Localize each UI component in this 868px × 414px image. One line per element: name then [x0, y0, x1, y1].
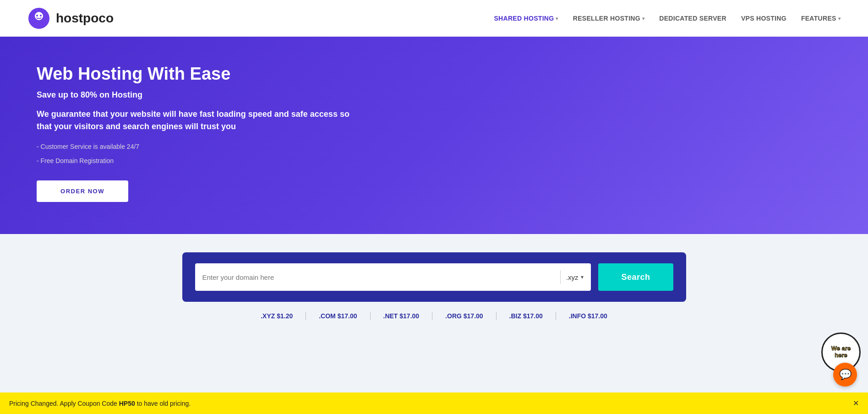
selected-extension: .xyz — [566, 273, 579, 281]
price-biz[interactable]: .BIZ $17.00 — [497, 312, 556, 320]
price-info[interactable]: .INFO $17.00 — [556, 312, 620, 320]
domain-pricing-list: .XYZ $1.20 .COM $17.00 .NET $17.00 .ORG … — [182, 302, 686, 325]
domain-search-box: .xyz ▾ Search — [182, 252, 686, 302]
we-are-here-badge-container: We are here — [820, 332, 862, 334]
nav-reseller-hosting[interactable]: RESELLER HOSTING ▾ — [573, 15, 644, 22]
price-com[interactable]: .COM $17.00 — [306, 312, 370, 320]
domain-search-button[interactable]: Search — [598, 263, 673, 291]
nav-vps-hosting[interactable]: VPS HOSTING — [741, 15, 786, 22]
input-divider — [560, 270, 561, 284]
price-org[interactable]: .ORG $17.00 — [432, 312, 496, 320]
svg-point-2 — [36, 15, 38, 16]
we-are-here-badge: We are here — [821, 332, 861, 334]
chevron-down-icon: ▾ — [581, 274, 584, 280]
logo-icon — [27, 7, 50, 30]
hero-title: Web Hosting With Ease — [37, 64, 831, 84]
domain-section: .xyz ▾ Search .XYZ $1.20 .COM $17.00 .NE… — [0, 234, 868, 334]
header: hostpoco SHARED HOSTING ▾ RESELLER HOSTI… — [0, 0, 868, 37]
main-nav: SHARED HOSTING ▾ RESELLER HOSTING ▾ DEDI… — [494, 15, 841, 22]
logo-area: hostpoco — [27, 7, 114, 30]
svg-point-1 — [35, 12, 43, 20]
logo-text: hostpoco — [56, 11, 114, 26]
price-xyz[interactable]: .XYZ $1.20 — [248, 312, 306, 320]
nav-features[interactable]: FEATURES ▾ — [801, 15, 841, 22]
chevron-down-icon: ▾ — [838, 16, 841, 21]
hero-description: We guarantee that your website will have… — [37, 108, 357, 133]
nav-shared-hosting[interactable]: SHARED HOSTING ▾ — [494, 15, 558, 22]
hero-subtitle: Save up to 80% on Hosting — [37, 90, 831, 100]
svg-point-3 — [40, 15, 42, 16]
hero-feature-2: - Free Domain Registration — [37, 155, 831, 167]
chevron-down-icon: ▾ — [556, 16, 558, 21]
hero-feature-1: - Customer Service is available 24/7 — [37, 141, 831, 153]
hero-section: Web Hosting With Ease Save up to 80% on … — [0, 37, 868, 234]
chevron-down-icon: ▾ — [642, 16, 644, 21]
price-net[interactable]: .NET $17.00 — [371, 312, 432, 320]
order-now-button[interactable]: ORDER NOW — [37, 180, 128, 202]
domain-search-input[interactable] — [202, 273, 555, 281]
domain-input-wrapper: .xyz ▾ — [195, 263, 591, 291]
nav-dedicated-server[interactable]: DEDICATED SERVER — [659, 15, 726, 22]
extension-selector[interactable]: .xyz ▾ — [566, 273, 584, 281]
